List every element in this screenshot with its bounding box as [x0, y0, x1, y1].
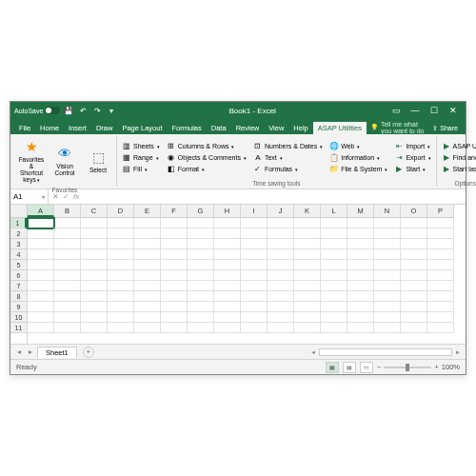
- cell[interactable]: [161, 228, 188, 239]
- column-header[interactable]: O: [401, 205, 427, 217]
- cell[interactable]: [347, 218, 374, 228]
- tab-page-layout[interactable]: Page Layout: [117, 122, 167, 134]
- cell[interactable]: [54, 228, 81, 239]
- zoom-level[interactable]: 100%: [442, 363, 460, 371]
- close-icon[interactable]: ✕: [445, 102, 462, 119]
- cell[interactable]: [241, 270, 268, 281]
- page-break-view-icon[interactable]: ▭: [360, 362, 373, 373]
- cell[interactable]: [54, 291, 81, 302]
- cell[interactable]: [427, 302, 454, 312]
- cell[interactable]: [108, 323, 134, 333]
- cell[interactable]: [427, 260, 454, 270]
- cell[interactable]: [321, 323, 347, 333]
- cell[interactable]: [188, 218, 214, 228]
- cell[interactable]: [268, 312, 294, 323]
- cell[interactable]: [81, 302, 108, 312]
- asap-options-button[interactable]: ▶ASAP Utilities Options▾: [440, 141, 476, 152]
- information-button[interactable]: 📋Information▾: [327, 152, 389, 164]
- cell[interactable]: [427, 323, 454, 333]
- cell[interactable]: [347, 281, 374, 291]
- cell[interactable]: [81, 281, 108, 291]
- cell[interactable]: [214, 218, 241, 228]
- cell[interactable]: [294, 281, 321, 291]
- cell[interactable]: [54, 323, 81, 333]
- cell[interactable]: [188, 323, 214, 333]
- column-header[interactable]: F: [161, 205, 188, 217]
- cell[interactable]: [108, 291, 134, 302]
- row-header[interactable]: 6: [10, 270, 27, 281]
- cell[interactable]: [54, 270, 81, 281]
- cell[interactable]: [241, 228, 268, 239]
- cell[interactable]: [347, 239, 374, 249]
- cell[interactable]: [108, 281, 134, 291]
- cell[interactable]: [294, 291, 321, 302]
- cell[interactable]: [374, 260, 401, 270]
- cell[interactable]: [81, 312, 108, 323]
- column-header[interactable]: N: [374, 205, 401, 217]
- cell[interactable]: [214, 260, 241, 270]
- cell[interactable]: [28, 270, 54, 281]
- sheet-nav-prev-icon[interactable]: ◄: [14, 348, 24, 355]
- tab-asap-utilities[interactable]: ASAP Utilities: [313, 122, 367, 134]
- cell[interactable]: [294, 270, 321, 281]
- cell[interactable]: [188, 239, 214, 249]
- cell[interactable]: [241, 260, 268, 270]
- cell[interactable]: [401, 260, 427, 270]
- cell[interactable]: [294, 323, 321, 333]
- cell[interactable]: [161, 312, 188, 323]
- cell[interactable]: [214, 249, 241, 260]
- cell[interactable]: [161, 249, 188, 260]
- cells-area[interactable]: [28, 218, 466, 344]
- name-box[interactable]: A1▾: [10, 189, 49, 204]
- sheets-button[interactable]: ▥Sheets▾: [120, 141, 162, 152]
- cell[interactable]: [54, 281, 81, 291]
- cell[interactable]: [214, 302, 241, 312]
- cell[interactable]: [294, 249, 321, 260]
- cell[interactable]: [374, 228, 401, 239]
- cell[interactable]: [214, 270, 241, 281]
- cell[interactable]: [28, 302, 54, 312]
- cell[interactable]: [54, 249, 81, 260]
- cell[interactable]: [134, 239, 161, 249]
- tab-insert[interactable]: Insert: [64, 122, 91, 134]
- cell[interactable]: [321, 218, 347, 228]
- save-icon[interactable]: 💾: [63, 105, 74, 116]
- cell[interactable]: [134, 249, 161, 260]
- cell[interactable]: [241, 281, 268, 291]
- zoom-in-button[interactable]: +: [434, 363, 438, 371]
- cell[interactable]: [188, 312, 214, 323]
- qat-customize-icon[interactable]: ▾: [106, 105, 117, 116]
- column-header[interactable]: E: [134, 205, 161, 217]
- sheet-tab[interactable]: Sheet1: [37, 347, 77, 358]
- objects-button[interactable]: ◉Objects & Comments▾: [165, 152, 248, 164]
- cell[interactable]: [188, 228, 214, 239]
- cell[interactable]: [108, 249, 134, 260]
- column-header[interactable]: L: [321, 205, 347, 217]
- cell[interactable]: [28, 228, 54, 239]
- tab-formulas[interactable]: Formulas: [168, 122, 207, 134]
- select-all-corner[interactable]: [10, 205, 28, 218]
- cell[interactable]: [28, 312, 54, 323]
- cell[interactable]: [28, 291, 54, 302]
- zoom-out-button[interactable]: −: [377, 363, 381, 371]
- column-header[interactable]: K: [294, 205, 321, 217]
- cell[interactable]: [161, 291, 188, 302]
- cell[interactable]: [28, 281, 54, 291]
- tab-data[interactable]: Data: [207, 122, 231, 134]
- undo-icon[interactable]: ↶: [77, 105, 89, 116]
- cell[interactable]: [81, 291, 108, 302]
- numbers-dates-button[interactable]: ⊡Numbers & Dates▾: [251, 141, 325, 152]
- cell[interactable]: [81, 323, 108, 333]
- cell[interactable]: [268, 228, 294, 239]
- autosave-toggle[interactable]: AutoSave: [14, 107, 60, 114]
- format-button[interactable]: ◧Format▾: [165, 164, 248, 175]
- cell[interactable]: [401, 239, 427, 249]
- cell[interactable]: [374, 302, 401, 312]
- page-layout-view-icon[interactable]: ▤: [343, 362, 356, 373]
- cell[interactable]: [374, 281, 401, 291]
- cell[interactable]: [28, 260, 54, 270]
- cell[interactable]: [268, 281, 294, 291]
- row-header[interactable]: 1: [10, 218, 27, 228]
- column-header[interactable]: J: [268, 205, 294, 217]
- cell[interactable]: [321, 291, 347, 302]
